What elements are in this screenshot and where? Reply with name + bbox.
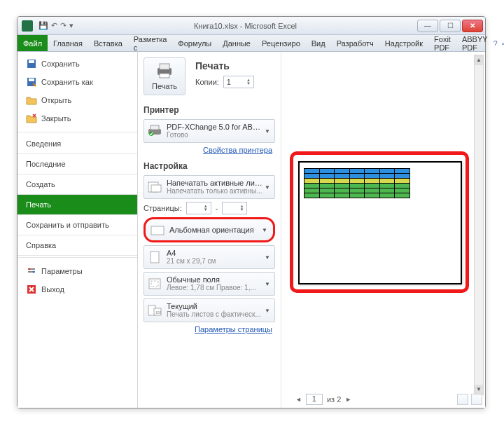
qat-undo-icon[interactable]: ↶	[51, 21, 57, 30]
maximize-button[interactable]: ☐	[440, 20, 461, 32]
sidebar-section-save-send[interactable]: Сохранить и отправить	[18, 215, 137, 235]
paper-icon	[147, 251, 162, 263]
print-button-label: Печать	[148, 82, 181, 90]
svg-rect-3	[29, 78, 34, 81]
tab-page-layout[interactable]: Разметка с	[128, 35, 173, 51]
sidebar-section-info[interactable]: Сведения	[18, 134, 137, 154]
sidebar-label: Закрыть	[41, 114, 71, 123]
application-window: 💾 ↶ ↷ ▾ Книга10.xlsx - Microsoft Excel —…	[17, 16, 486, 408]
qat-redo-icon[interactable]: ↷	[60, 21, 66, 30]
scaling-title: Текущий	[167, 302, 263, 310]
zoom-to-page-button[interactable]	[471, 394, 482, 405]
preview-page	[298, 161, 462, 284]
tab-data[interactable]: Данные	[217, 35, 256, 51]
minimize-ribbon-icon[interactable]: ▫	[502, 39, 504, 48]
preview-scrollbar[interactable]: ▲ ▼	[474, 55, 484, 395]
page-total-label: из 2	[327, 395, 341, 404]
sidebar-item-save-as[interactable]: Сохранить как	[18, 73, 137, 91]
tab-foxit[interactable]: Foxit PDF	[428, 35, 456, 51]
backstage-sidebar: Сохранить Сохранить как Открыть Закрыть …	[18, 52, 138, 408]
print-button[interactable]: Печать	[144, 57, 186, 95]
svg-rect-17	[151, 226, 164, 235]
print-what-dropdown[interactable]: Напечатать активные листы Напечатать тол…	[144, 175, 275, 199]
pages-label: Страницы:	[144, 204, 182, 212]
sidebar-item-close[interactable]: Закрыть	[18, 109, 137, 128]
preview-table	[304, 168, 410, 198]
sidebar-item-save[interactable]: Сохранить	[18, 55, 137, 73]
landscape-icon	[150, 224, 165, 236]
page-setup-link[interactable]: Параметры страницы	[144, 325, 272, 334]
tab-addins[interactable]: Надстройк	[379, 35, 428, 51]
pages-sep: -	[216, 204, 218, 212]
next-page-button[interactable]: ►	[345, 396, 351, 403]
paper-title: A4	[167, 249, 263, 257]
sidebar-section-new[interactable]: Создать	[18, 174, 137, 195]
minimize-button[interactable]: —	[417, 20, 438, 32]
orientation-title: Альбомная ориентация	[169, 226, 260, 234]
tab-formulas[interactable]: Формулы	[172, 35, 217, 51]
tab-file[interactable]: Файл	[18, 35, 48, 51]
excel-icon	[22, 20, 33, 32]
print-what-title: Напечатать активные листы	[167, 179, 263, 187]
sidebar-label: Параметры	[41, 267, 83, 275]
tab-home[interactable]: Главная	[48, 35, 88, 51]
svg-rect-13	[150, 125, 159, 130]
print-what-sub: Напечатать только активны...	[167, 187, 263, 195]
paper-sub: 21 см x 29,7 см	[167, 257, 263, 266]
svg-point-7	[33, 271, 35, 273]
pages-from-input[interactable]: ▲▼	[186, 202, 211, 214]
sidebar-label: Сохранить как	[41, 78, 93, 86]
printer-status: Готово	[167, 131, 263, 139]
page-navigator: ◄ 1 из 2 ►	[295, 394, 351, 405]
sidebar-item-exit[interactable]: Выход	[18, 280, 137, 298]
page-number-input[interactable]: 1	[306, 394, 323, 405]
chevron-down-icon: ▼	[263, 308, 272, 314]
copies-value: 1	[227, 78, 231, 86]
printer-properties-link[interactable]: Свойства принтера	[144, 146, 272, 154]
svg-rect-18	[150, 252, 159, 263]
scaling-dropdown[interactable]: 100 Текущий Печать листов с фактическ...…	[144, 298, 275, 322]
scroll-up-icon[interactable]: ▲	[475, 55, 483, 65]
close-button[interactable]: ✕	[462, 20, 483, 32]
qat-save-icon[interactable]: 💾	[38, 21, 48, 30]
scroll-down-icon[interactable]: ▼	[475, 385, 483, 394]
spinner-arrows-icon[interactable]: ▲▼	[246, 78, 251, 85]
tab-view[interactable]: Вид	[306, 35, 331, 51]
show-margins-button[interactable]	[457, 394, 468, 405]
sidebar-section-print[interactable]: Печать	[18, 195, 137, 215]
tab-developer[interactable]: Разработч	[331, 35, 379, 51]
copies-label: Копии:	[195, 78, 219, 86]
svg-rect-10	[160, 64, 169, 69]
chevron-down-icon: ▼	[263, 281, 272, 287]
save-as-icon	[26, 76, 37, 88]
sidebar-section-help[interactable]: Справка	[18, 235, 137, 256]
sheets-icon	[147, 181, 162, 193]
quick-access-toolbar[interactable]: 💾 ↶ ↷ ▾	[38, 21, 74, 30]
chevron-down-icon: ▼	[263, 184, 272, 191]
chevron-down-icon: ▼	[263, 254, 272, 261]
printer-heading: Принтер	[144, 105, 275, 115]
orientation-dropdown[interactable]: Альбомная ориентация ▼	[144, 217, 275, 242]
sidebar-item-options[interactable]: Параметры	[18, 262, 137, 280]
margins-title: Обычные поля	[167, 275, 263, 284]
margins-dropdown[interactable]: Обычные поля Левое: 1,78 см Правое: 1,..…	[144, 272, 275, 296]
options-icon	[26, 266, 37, 277]
sidebar-section-recent[interactable]: Последние	[18, 154, 137, 174]
help-icon[interactable]: ?	[493, 39, 497, 48]
svg-rect-11	[160, 74, 169, 78]
tab-abbyy[interactable]: ABBYY PDF	[456, 35, 493, 51]
prev-page-button[interactable]: ◄	[295, 396, 302, 403]
scaling-sub: Печать листов с фактическ...	[167, 310, 263, 319]
tab-review[interactable]: Рецензиро	[256, 35, 306, 51]
copies-input[interactable]: 1 ▲▼	[223, 76, 254, 88]
printer-dropdown[interactable]: PDF-XChange 5.0 for ABBYY Готово ▼	[144, 119, 275, 143]
sidebar-item-open[interactable]: Открыть	[18, 91, 137, 109]
chevron-down-icon: ▼	[263, 128, 272, 135]
sidebar-label: Выход	[41, 285, 64, 294]
window-title: Книга10.xlsx - Microsoft Excel	[74, 22, 417, 30]
pages-to-input[interactable]: ▲▼	[222, 202, 247, 214]
paper-size-dropdown[interactable]: A4 21 см x 29,7 см ▼	[144, 245, 275, 269]
sidebar-label: Открыть	[41, 96, 71, 104]
tab-insert[interactable]: Вставка	[88, 35, 128, 51]
print-preview-pane: ▲ ▼ ◄ 1 из 2 ►	[281, 52, 485, 408]
